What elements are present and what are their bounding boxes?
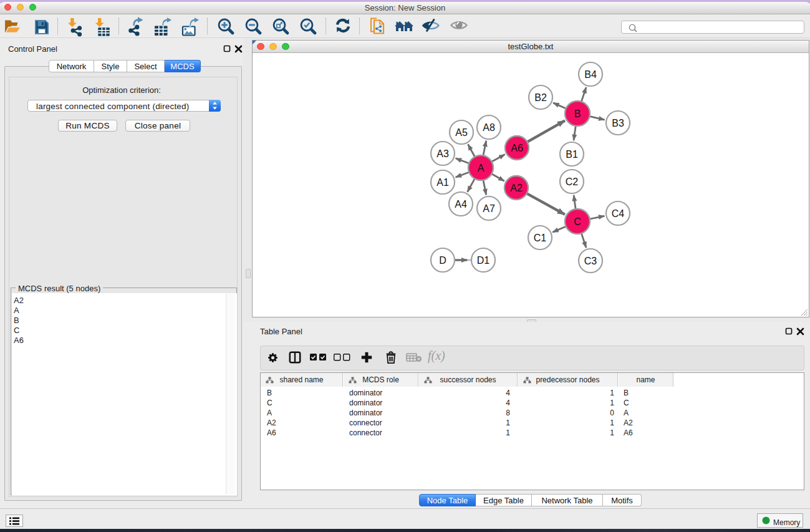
svg-text:C2: C2 — [566, 177, 579, 187]
svg-text:B4: B4 — [584, 69, 597, 80]
svg-text:B1: B1 — [566, 149, 578, 160]
svg-text:D: D — [439, 255, 446, 266]
svg-text:C: C — [574, 216, 581, 227]
svg-text:C3: C3 — [584, 256, 597, 266]
svg-text:A5: A5 — [455, 127, 468, 138]
svg-text:A8: A8 — [483, 122, 495, 133]
svg-text:B3: B3 — [612, 118, 624, 128]
svg-text:A1: A1 — [436, 177, 449, 188]
svg-text:D1: D1 — [477, 255, 490, 266]
svg-text:A6: A6 — [511, 143, 523, 153]
svg-text:A: A — [478, 163, 485, 173]
svg-text:A4: A4 — [455, 199, 467, 210]
svg-text:A7: A7 — [483, 203, 495, 214]
svg-text:C1: C1 — [534, 233, 547, 243]
svg-text:A2: A2 — [510, 183, 523, 193]
svg-text:B: B — [574, 109, 581, 119]
svg-text:A3: A3 — [436, 148, 449, 159]
svg-text:C4: C4 — [612, 208, 625, 219]
svg-text:B2: B2 — [534, 92, 547, 103]
